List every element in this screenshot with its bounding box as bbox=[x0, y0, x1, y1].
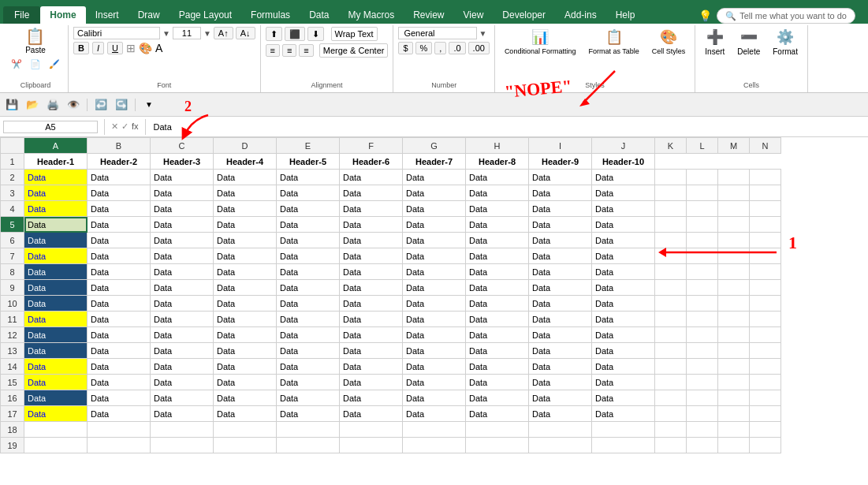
cell-r10-c11[interactable] bbox=[655, 296, 687, 312]
undo-button[interactable]: ↩️ bbox=[92, 96, 110, 114]
cell-r13-c5[interactable]: Data bbox=[277, 343, 340, 359]
cell-r14-c4[interactable]: Data bbox=[214, 359, 277, 375]
cell-r17-c5[interactable]: Data bbox=[277, 406, 340, 422]
align-left-button[interactable]: ≡ bbox=[266, 44, 280, 57]
cell-r6-c8[interactable]: Data bbox=[466, 233, 529, 248]
cell-r10-c3[interactable]: Data bbox=[151, 296, 214, 312]
cell-r18-c11[interactable] bbox=[655, 422, 687, 438]
font-name-input[interactable] bbox=[73, 27, 160, 39]
col-header-B[interactable]: B bbox=[88, 138, 151, 154]
cell-r12-c7[interactable]: Data bbox=[403, 327, 466, 343]
cell-r2-c8[interactable]: Data bbox=[466, 170, 529, 185]
cell-r19-c8[interactable] bbox=[466, 438, 529, 453]
cell-r2-c7[interactable]: Data bbox=[403, 170, 466, 185]
cell-r16-c6[interactable]: Data bbox=[340, 390, 403, 406]
cell-r16-c5[interactable]: Data bbox=[277, 390, 340, 406]
cell-r4-c14[interactable] bbox=[750, 201, 781, 217]
cell-r9-c4[interactable]: Data bbox=[214, 280, 277, 296]
cell-r9-c9[interactable]: Data bbox=[529, 280, 592, 296]
cell-r6-c10[interactable]: Data bbox=[592, 233, 655, 248]
insert-function-icon[interactable]: fx bbox=[132, 121, 139, 132]
cell-r15-c7[interactable]: Data bbox=[403, 375, 466, 390]
cell-r16-c13[interactable] bbox=[718, 390, 750, 406]
cell-r2-c1[interactable]: Data bbox=[24, 170, 88, 185]
cell-r11-c6[interactable]: Data bbox=[340, 312, 403, 327]
cell-r17-c10[interactable]: Data bbox=[592, 406, 655, 422]
tab-home[interactable]: Home bbox=[40, 6, 85, 24]
cell-r17-c8[interactable]: Data bbox=[466, 406, 529, 422]
cell-r16-c8[interactable]: Data bbox=[466, 390, 529, 406]
cell-r9-c1[interactable]: Data bbox=[24, 280, 88, 296]
cell-r18-c1[interactable] bbox=[24, 422, 88, 438]
cell-r15-c9[interactable]: Data bbox=[529, 375, 592, 390]
format-as-table-button[interactable]: 📋 Format as Table bbox=[583, 27, 643, 57]
col-header-C[interactable]: C bbox=[151, 138, 214, 154]
cell-r10-c9[interactable]: Data bbox=[529, 296, 592, 312]
cell-r19-c2[interactable] bbox=[88, 438, 151, 453]
cell-r2-c5[interactable]: Data bbox=[277, 170, 340, 185]
align-bottom-button[interactable]: ⬇ bbox=[307, 27, 324, 41]
tab-view[interactable]: View bbox=[454, 6, 494, 24]
cell-r15-c14[interactable] bbox=[750, 375, 781, 390]
cell-r4-c7[interactable]: Data bbox=[403, 201, 466, 217]
cell-r3-c12[interactable] bbox=[687, 185, 718, 201]
col-header-H[interactable]: H bbox=[466, 138, 529, 154]
cell-r4-c3[interactable]: Data bbox=[151, 201, 214, 217]
cell-r9-c8[interactable]: Data bbox=[466, 280, 529, 296]
cell-r6-c6[interactable]: Data bbox=[340, 233, 403, 248]
cell-r17-c14[interactable] bbox=[750, 406, 781, 422]
cell-r2-c13[interactable] bbox=[718, 170, 750, 185]
cell-r9-c6[interactable]: Data bbox=[340, 280, 403, 296]
cell-r10-c7[interactable]: Data bbox=[403, 296, 466, 312]
cell-r15-c12[interactable] bbox=[687, 375, 718, 390]
cell-r3-c9[interactable]: Data bbox=[529, 185, 592, 201]
cell-r18-c7[interactable] bbox=[403, 422, 466, 438]
cell-r19-c12[interactable] bbox=[687, 438, 718, 453]
cell-r11-c9[interactable]: Data bbox=[529, 312, 592, 327]
cell-r6-c14[interactable] bbox=[750, 233, 781, 248]
cell-r4-c10[interactable]: Data bbox=[592, 201, 655, 217]
col-header-M[interactable]: M bbox=[718, 138, 750, 154]
cell-r3-c10[interactable]: Data bbox=[592, 185, 655, 201]
cell-r16-c3[interactable]: Data bbox=[151, 390, 214, 406]
name-box[interactable] bbox=[3, 121, 98, 133]
cell-r12-c1[interactable]: Data bbox=[24, 327, 88, 343]
header-cell-8[interactable]: Header-8 bbox=[466, 154, 529, 170]
cell-r9-c12[interactable] bbox=[687, 280, 718, 296]
header-cell-1[interactable]: Header-1 bbox=[24, 154, 88, 170]
cell-r4-c1[interactable]: Data bbox=[24, 201, 88, 217]
cell-r13-c3[interactable]: Data bbox=[151, 343, 214, 359]
cell-r6-c7[interactable]: Data bbox=[403, 233, 466, 248]
cell-r4-c5[interactable]: Data bbox=[277, 201, 340, 217]
cell-r16-c2[interactable]: Data bbox=[88, 390, 151, 406]
header-cell-9[interactable]: Header-9 bbox=[529, 154, 592, 170]
cell-r19-c11[interactable] bbox=[655, 438, 687, 453]
cell-r12-c8[interactable]: Data bbox=[466, 327, 529, 343]
cell-r7-c3[interactable]: Data bbox=[151, 248, 214, 264]
cell-r5-c6[interactable]: Data bbox=[340, 217, 403, 233]
cell-r11-c12[interactable] bbox=[687, 312, 718, 327]
cell-r9-c13[interactable] bbox=[718, 280, 750, 296]
cell-r13-c1[interactable]: Data bbox=[24, 343, 88, 359]
font-dropdown-icon[interactable]: ▼ bbox=[162, 29, 170, 38]
font-size-input[interactable] bbox=[173, 27, 201, 39]
header-cell-10[interactable]: Header-10 bbox=[592, 154, 655, 170]
cell-r16-c1[interactable]: Data bbox=[24, 390, 88, 406]
cell-r5-c11[interactable] bbox=[655, 217, 687, 233]
cell-r4-c4[interactable]: Data bbox=[214, 201, 277, 217]
cell-r14-c9[interactable]: Data bbox=[529, 359, 592, 375]
cell-r16-c4[interactable]: Data bbox=[214, 390, 277, 406]
cell-r10-c1[interactable]: Data bbox=[24, 296, 88, 312]
align-center-button[interactable]: ≡ bbox=[282, 44, 296, 57]
cell-r3-c4[interactable]: Data bbox=[214, 185, 277, 201]
cell-r12-c4[interactable]: Data bbox=[214, 327, 277, 343]
cell-r18-c3[interactable] bbox=[151, 422, 214, 438]
cell-r3-c5[interactable]: Data bbox=[277, 185, 340, 201]
cell-r9-c5[interactable]: Data bbox=[277, 280, 340, 296]
open-button[interactable]: 📂 bbox=[24, 96, 41, 114]
tab-review[interactable]: Review bbox=[404, 6, 453, 24]
tab-page-layout[interactable]: Page Layout bbox=[170, 6, 241, 24]
cell-r16-c10[interactable]: Data bbox=[592, 390, 655, 406]
cell-r8-c8[interactable]: Data bbox=[466, 264, 529, 280]
cell-r19-c13[interactable] bbox=[718, 438, 750, 453]
